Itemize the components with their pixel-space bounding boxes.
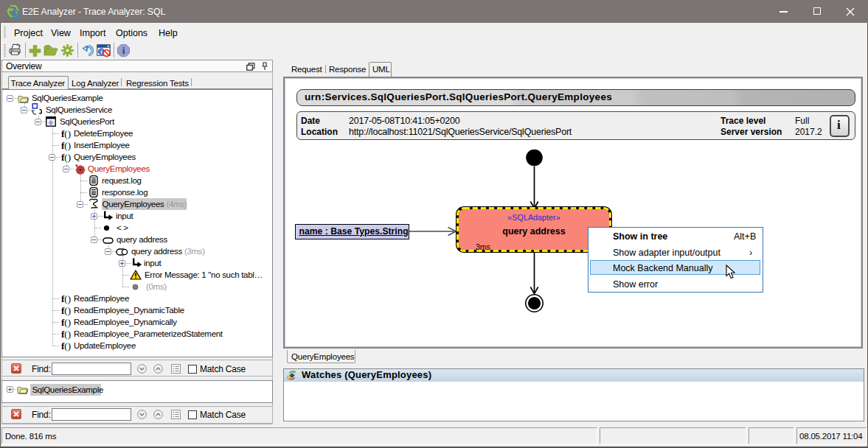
svg-text:i: i: [122, 45, 125, 56]
svg-text:i: i: [100, 48, 102, 55]
